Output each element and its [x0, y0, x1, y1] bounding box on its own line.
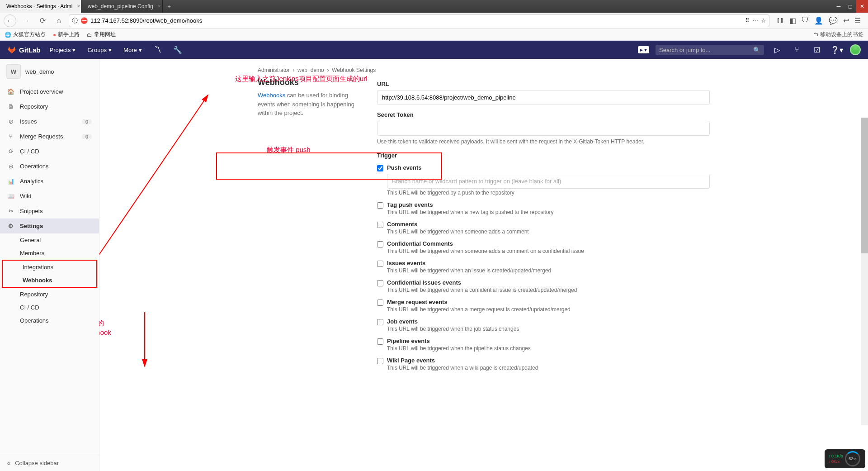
trigger-checkbox[interactable]	[377, 358, 383, 364]
todos-icon[interactable]: ☑	[810, 46, 824, 54]
breadcrumb-link[interactable]: Administrator	[258, 67, 290, 73]
menu-dots-icon[interactable]: ⋯	[752, 17, 758, 24]
user-avatar[interactable]	[850, 44, 861, 55]
trigger-checkbox[interactable]	[377, 300, 383, 306]
search-icon[interactable]: 🔍	[753, 47, 760, 53]
protection-icon[interactable]: 🛡	[802, 16, 809, 25]
browser-tab[interactable]: web_demo_pipeline Config ×	[81, 0, 163, 13]
browser-tab-active[interactable]: Webhooks · Settings · Admi ×	[0, 0, 81, 13]
secret-token-input[interactable]	[377, 121, 710, 136]
breadcrumb-link[interactable]: web_demo	[297, 67, 324, 73]
scrollbar-thumb[interactable]	[861, 118, 868, 253]
trigger-job-events: Job events This URL will be triggered wh…	[377, 315, 710, 335]
sidebar-item-issues[interactable]: ⊘Issues0	[0, 114, 99, 129]
groups-menu[interactable]: Groups ▾	[85, 44, 114, 56]
sidebar-sub-operations[interactable]: Operations	[0, 314, 99, 327]
download-icon: ↓	[828, 459, 830, 464]
library-icon[interactable]: ⫿⫿	[777, 16, 784, 25]
tiles-icon[interactable]: ⠿	[745, 17, 750, 24]
trigger-checkbox[interactable]	[377, 165, 383, 171]
trigger-checkbox[interactable]	[377, 261, 383, 267]
trigger-title: Pipeline events	[387, 338, 710, 344]
sidebar-sub-webhooks[interactable]: Webhooks	[3, 274, 96, 287]
sidebar-item-analytics[interactable]: 📊Analytics	[0, 174, 99, 189]
close-icon[interactable]: ×	[77, 3, 80, 10]
account-icon[interactable]: 👤	[814, 16, 823, 25]
url-input[interactable]	[377, 90, 710, 105]
branch-pattern-input[interactable]	[387, 174, 710, 189]
sidebar-sub-members[interactable]: Members	[0, 247, 99, 260]
sidebar-icon[interactable]: ◧	[789, 16, 796, 25]
sidebar-item-operations[interactable]: ⊕Operations	[0, 159, 99, 174]
close-icon[interactable]: ×	[158, 3, 161, 10]
new-tab-button[interactable]: ＋	[163, 0, 175, 13]
sidebar-item-settings[interactable]: ⚙Settings	[0, 219, 99, 233]
global-search[interactable]: 🔍	[656, 45, 764, 55]
plus-badge[interactable]: ▸ ▾	[638, 46, 649, 53]
trigger-merge-request-events: Merge request events This URL will be tr…	[377, 296, 710, 315]
bell-icon[interactable]: 💬	[829, 16, 838, 25]
trigger-title: Issues events	[387, 260, 710, 266]
close-window-button[interactable]: ✕	[856, 0, 868, 13]
create-icon[interactable]: ▷	[770, 46, 784, 54]
sidebar-label: Snippets	[20, 208, 43, 214]
annotation-add2: Add webhook	[99, 328, 111, 336]
sidebar-sub-integrations[interactable]: Integrations	[3, 261, 96, 274]
trigger-title: Wiki Page events	[387, 357, 710, 364]
back-icon[interactable]: ↩	[843, 16, 849, 25]
forward-button[interactable]: →	[20, 14, 33, 27]
issues-icon[interactable]: ⑂	[790, 46, 804, 54]
reload-button[interactable]: ⟳	[36, 14, 49, 27]
bookmark-item[interactable]: 🌐火狐官方站点	[5, 31, 46, 38]
trigger-checkbox[interactable]	[377, 241, 383, 247]
trigger-checkbox[interactable]	[377, 280, 383, 286]
trigger-issues-events: Issues events This URL will be triggered…	[377, 257, 710, 276]
url-input[interactable]	[90, 17, 742, 24]
bookmark-item[interactable]: 🗀常用网址	[87, 31, 116, 38]
sidebar-item-wiki[interactable]: 📖Wiki	[0, 189, 99, 204]
project-header[interactable]: W web_demo	[0, 59, 99, 84]
trigger-desc: This URL will be triggered when a merge …	[387, 306, 710, 313]
more-menu[interactable]: More ▾	[121, 44, 145, 56]
info-icon[interactable]: ⓘ	[72, 17, 78, 25]
help-icon[interactable]: ❔▾	[830, 46, 844, 54]
mobile-bookmarks[interactable]: 🗀 移动设备上的书签	[813, 31, 863, 38]
sidebar-item-ci-cd[interactable]: ⟳CI / CD	[0, 144, 99, 159]
upload-icon: ↑	[828, 454, 830, 458]
activity-icon[interactable]: 〽	[151, 46, 165, 54]
projects-menu[interactable]: Projects ▾	[47, 44, 79, 56]
gitlab-logo[interactable]: GitLab	[7, 45, 41, 54]
sidebar-item-merge-requests[interactable]: ⑂Merge Requests0	[0, 129, 99, 144]
cpu-ring: 52%	[845, 451, 860, 466]
sidebar-label: Operations	[20, 163, 49, 170]
sidebar-item-snippets[interactable]: ✂Snippets	[0, 204, 99, 219]
sidebar-item-project-overview[interactable]: 🏠Project overview	[0, 84, 99, 99]
trigger-checkbox[interactable]	[377, 319, 383, 325]
trigger-checkbox[interactable]	[377, 338, 383, 345]
collapse-icon: «	[7, 460, 10, 466]
webhooks-link[interactable]: Webhooks	[258, 92, 285, 99]
bookmarks-bar: 🌐火狐官方站点 ●新手上路 🗀常用网址 🗀 移动设备上的书签	[0, 29, 868, 41]
search-input[interactable]	[659, 47, 750, 53]
minimize-button[interactable]: ─	[833, 0, 844, 13]
browser-toolbar: ← → ⟳ ⌂ ⓘ ⛔ ⠿ ⋯ ☆ ⫿⫿ ◧ 🛡 👤 💬 ↩ ☰	[0, 13, 868, 29]
sidebar-sub-general[interactable]: General	[0, 233, 99, 247]
back-button[interactable]: ←	[4, 14, 16, 27]
sidebar-sub-ci-cd[interactable]: CI / CD	[0, 301, 99, 314]
maximize-button[interactable]: ◻	[844, 0, 856, 13]
sidebar-icon: ✂	[7, 208, 14, 214]
collapse-sidebar[interactable]: « Collapse sidebar	[0, 455, 99, 471]
trigger-confidential-comments: Confidential Comments This URL will be t…	[377, 238, 710, 257]
trigger-checkbox[interactable]	[377, 202, 383, 209]
hamburger-icon[interactable]: ☰	[854, 16, 861, 25]
sidebar-label: Merge Requests	[20, 133, 63, 140]
trigger-checkbox[interactable]	[377, 222, 383, 228]
scrollbar[interactable]	[861, 118, 868, 425]
url-bar[interactable]: ⓘ ⛔ ⠿ ⋯ ☆	[69, 14, 769, 27]
sidebar-item-repository[interactable]: 🗎Repository	[0, 99, 99, 114]
home-button[interactable]: ⌂	[52, 14, 65, 27]
bookmark-item[interactable]: ●新手上路	[53, 31, 80, 38]
star-icon[interactable]: ☆	[761, 17, 766, 24]
sidebar-sub-repository[interactable]: Repository	[0, 288, 99, 301]
wrench-icon[interactable]: 🔧	[171, 46, 184, 54]
